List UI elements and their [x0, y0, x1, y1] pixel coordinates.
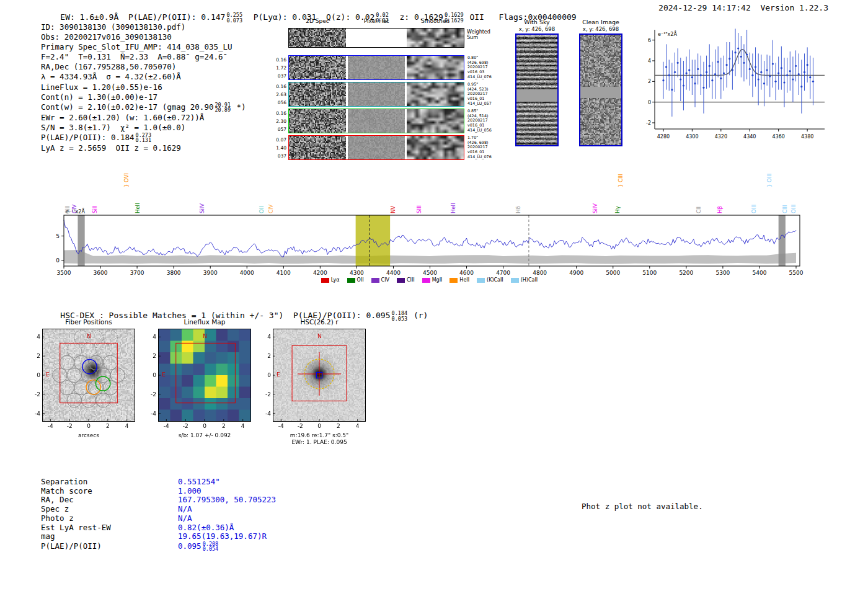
- spec2d-left-labels-2: 0.162.63056: [263, 82, 286, 107]
- line-fit-plot: 428043004320434043604380-20246e⁻¹⁷x2Å: [632, 22, 831, 146]
- spec2d-row-3: [288, 109, 464, 133]
- masked-band: [78, 215, 84, 266]
- legend-label: Lyα: [331, 277, 340, 283]
- fit-units-annotation: e⁻¹⁷x2Å: [658, 30, 677, 37]
- svg-text:0: 0: [56, 257, 60, 264]
- spec2d-right-labels-1: 0.80"(426, 698)20200217v016_03414_LU_076: [467, 56, 511, 80]
- legend-item-(K)CaII: (K)CaII: [477, 277, 503, 283]
- col-title-2dspec: 2D Spec: [288, 18, 347, 24]
- extraction-box: [60, 343, 118, 402]
- match-table: Separation0.551254" Match score1.000 RA,…: [41, 478, 278, 552]
- spec2d-strip-canvas: [289, 56, 346, 79]
- line-label-NV: NV: [390, 206, 397, 213]
- spec2d-row-4: [288, 135, 464, 160]
- line-label-SiII: SiII: [92, 205, 99, 213]
- svg-text:5200: 5200: [679, 270, 693, 276]
- match-row-plae: P(LAE)/P(OII)0.0950.2080.054: [41, 541, 278, 552]
- info-line-radec: RA,Dec (167.795288,50.705070): [41, 62, 246, 72]
- svg-text:3500: 3500: [57, 270, 71, 276]
- svg-text:5: 5: [56, 233, 60, 239]
- withsky-canvas: [516, 35, 557, 145]
- detection-info-block: ID: 3090138130 (3090138130.pdf) Obs: 202…: [41, 22, 246, 153]
- compass-north-label: N: [317, 333, 322, 339]
- svg-text:4300: 4300: [686, 134, 698, 140]
- clean-title: Clean Image: [576, 19, 626, 25]
- line-label-HeII: HeII: [135, 203, 141, 213]
- plae-uncertainty-stack: 0.2550.073: [226, 12, 242, 23]
- hsc-cutout-plot: NE: [273, 329, 366, 422]
- spec2d-strip-canvas: [348, 136, 405, 159]
- match-row-photoz: Photo zN/A: [41, 514, 278, 523]
- spec2d-strip-canvas: [407, 136, 464, 159]
- svg-text:4000: 4000: [240, 270, 254, 276]
- spec2d-strip-canvas: [289, 29, 346, 47]
- withsky-image: [515, 33, 559, 146]
- lineflux-xlabel: s/b: 1.07 +/- 0.092: [158, 432, 251, 438]
- line-label-OIII: OIII: [751, 205, 758, 213]
- gaussian-fit-curve: [655, 50, 825, 76]
- match-row-separation: Separation0.551254": [41, 478, 278, 487]
- svg-text:-2: -2: [646, 120, 651, 126]
- legend-label: CIV: [381, 277, 389, 283]
- full-spectrum-plot: 3500360037003800390040004100420043004400…: [50, 214, 809, 279]
- spec2d-strip-canvas: [348, 56, 405, 79]
- info-line-plae: P(LAE)/P(OII): 0.1840.2730.131: [41, 133, 246, 143]
- svg-text:5300: 5300: [715, 270, 730, 276]
- line-label-SiII: SiII: [64, 205, 71, 213]
- header-timestamp-version: 2024-12-29 14:17:42 Version 1.22.3: [658, 3, 828, 12]
- spec2d-left-labels-1: 0.161.72037: [263, 56, 286, 80]
- fiber-xlabel: arcsecs: [42, 432, 135, 438]
- line-label-CIII: CIII: [782, 205, 789, 213]
- match-row-restew: Est LyA rest-EW0.82(±0.36)Å: [41, 523, 278, 533]
- svg-text:4700: 4700: [496, 270, 510, 276]
- compass-north-label: N: [87, 333, 91, 339]
- legend-label: OII: [357, 277, 364, 283]
- svg-text:2: 2: [648, 79, 651, 84]
- lineflux-map-overlay: NE: [159, 329, 250, 421]
- col-title-pixelflat: Pixel Flat: [347, 18, 405, 24]
- info-line-id: ID: 3090138130 (3090138130.pdf): [41, 22, 246, 32]
- legend-item-OII: OII: [347, 277, 364, 283]
- fiber-positions-plot: NE: [42, 329, 135, 422]
- spec2d-strip-canvas: [348, 82, 405, 106]
- detection-highlight-band: [356, 215, 391, 266]
- hsc-xlabel: m:19.6 re:1.7" s:0.5": [273, 432, 366, 438]
- info-line-ewr: EWr = 2.60(±1.20) (w: 1.60(±0.72))Å: [41, 113, 246, 123]
- legend-item-Lyα: Lyα: [321, 277, 340, 283]
- info-line-cont-n: Cont(n) = 1.30(±0.00)e-17: [41, 92, 246, 102]
- clean-coords: x, y: 426, 698: [576, 26, 626, 32]
- compass-east-label: E: [162, 371, 166, 378]
- info-line-obs: Obs: 20200217v016_3090138130: [41, 32, 246, 42]
- svg-text:5400: 5400: [752, 270, 766, 276]
- match-row-score: Match score1.000: [41, 487, 278, 496]
- svg-text:4300: 4300: [350, 270, 364, 276]
- elixer-report-page: EW: 1.6±0.9Å P(LAE)/P(OII): 0.1470.2550.…: [0, 0, 868, 591]
- line-label-SiIV: SiIV: [592, 203, 599, 213]
- line-label-OII: OII: [259, 206, 265, 213]
- svg-text:5000: 5000: [606, 270, 620, 276]
- error-band: [64, 250, 796, 264]
- legend-swatch: [450, 278, 458, 283]
- svg-text:3800: 3800: [167, 270, 181, 276]
- legend-swatch: [397, 278, 405, 283]
- spec2d-row-1: [288, 55, 464, 80]
- spec2d-right-labels-2: 0.95"(424, 523)20200217v016_01414_LU_057: [467, 82, 511, 107]
- spec2d-strip-canvas: [348, 109, 405, 133]
- spec2d-strip-canvas: [407, 82, 464, 106]
- legend-item-CIII: CIII: [397, 277, 415, 283]
- col-title-smoothed: Smoothed: [406, 18, 464, 24]
- clean-image: [579, 33, 622, 146]
- hsc-plae-stack: 0.1840.053: [392, 311, 408, 321]
- legend-swatch: [511, 278, 519, 283]
- masked-band: [779, 215, 786, 266]
- svg-text:4200: 4200: [313, 270, 327, 276]
- svg-text:4400: 4400: [386, 270, 401, 276]
- info-line-wavelength: λ = 4334.93Å σ = 4.32(±2.60)Å: [41, 72, 246, 82]
- spec2d-left-labels-3: 0.162.30057: [263, 109, 286, 133]
- svg-text:4280: 4280: [657, 134, 670, 140]
- legend-swatch: [321, 278, 329, 283]
- match-row-mag: mag19.65(19.63,19.67)R: [41, 532, 278, 541]
- extraction-box: [176, 343, 236, 402]
- spec2d-strip-canvas: [289, 136, 346, 159]
- line-label-CII: CII: [696, 207, 702, 213]
